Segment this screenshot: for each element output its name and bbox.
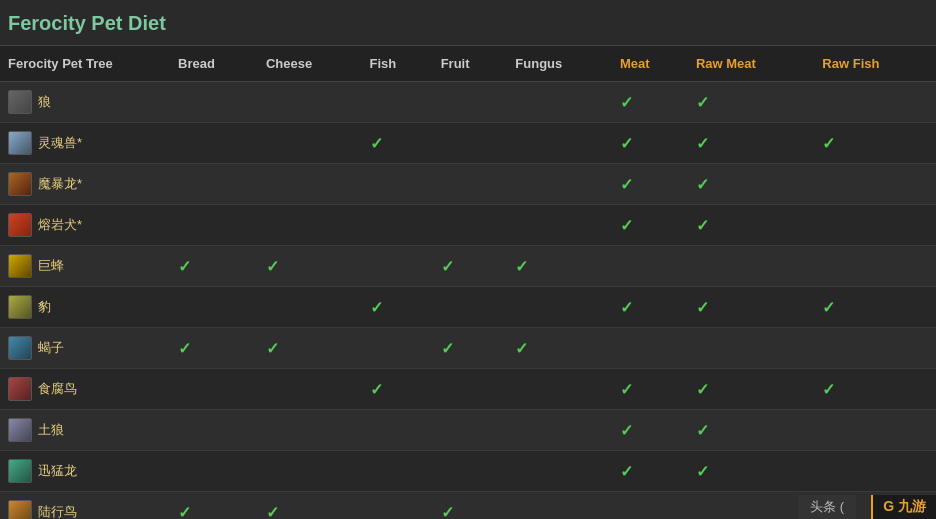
- col-header-rawfish: Raw Fish: [814, 46, 936, 82]
- pet-name-cell: 狼: [0, 82, 170, 122]
- check-mark: ✓: [822, 381, 835, 398]
- pet-name-cell: 灵魂兽*: [0, 123, 170, 163]
- diet-cell-rawmeat: ✓: [688, 205, 814, 246]
- diet-cell-meat: [612, 328, 688, 369]
- diet-cell-bread: ✓: [170, 246, 258, 287]
- table-row: 蝎子✓✓✓✓: [0, 328, 936, 369]
- check-mark: ✓: [515, 258, 528, 275]
- pet-icon: [8, 336, 32, 360]
- col-header-fungus: Fungus: [507, 46, 612, 82]
- diet-cell-fish: [362, 410, 433, 451]
- diet-cell-fruit: [433, 164, 508, 205]
- pet-name: 灵魂兽*: [38, 134, 82, 152]
- diet-cell-rawfish: [814, 328, 936, 369]
- check-mark: ✓: [620, 463, 633, 480]
- diet-cell-fish: ✓: [362, 369, 433, 410]
- check-mark: ✓: [696, 422, 709, 439]
- diet-cell-rawfish: [814, 205, 936, 246]
- diet-cell-fungus: [507, 451, 612, 492]
- diet-cell-bread: ✓: [170, 492, 258, 520]
- pet-name-cell: 陆行鸟: [0, 492, 170, 519]
- diet-cell-fungus: ✓: [507, 328, 612, 369]
- check-mark: ✓: [620, 94, 633, 111]
- pet-name: 陆行鸟: [38, 503, 77, 519]
- diet-cell-cheese: ✓: [258, 246, 362, 287]
- diet-cell-rawfish: [814, 451, 936, 492]
- diet-cell-bread: [170, 123, 258, 164]
- pet-name: 巨蜂: [38, 257, 64, 275]
- diet-cell-meat: ✓: [612, 451, 688, 492]
- col-header-fish: Fish: [362, 46, 433, 82]
- diet-cell-cheese: [258, 287, 362, 328]
- check-mark: ✓: [822, 299, 835, 316]
- check-mark: ✓: [266, 340, 279, 357]
- diet-cell-rawmeat: ✓: [688, 287, 814, 328]
- pet-name-cell: 魔暴龙*: [0, 164, 170, 204]
- diet-cell-meat: ✓: [612, 287, 688, 328]
- diet-cell-bread: [170, 287, 258, 328]
- check-mark: ✓: [441, 258, 454, 275]
- check-mark: ✓: [441, 504, 454, 520]
- diet-cell-fish: [362, 328, 433, 369]
- check-mark: ✓: [620, 422, 633, 439]
- check-mark: ✓: [266, 258, 279, 275]
- diet-cell-fish: [362, 164, 433, 205]
- pet-icon: [8, 459, 32, 483]
- pet-icon: [8, 377, 32, 401]
- diet-cell-fungus: [507, 492, 612, 520]
- pet-name: 土狼: [38, 421, 64, 439]
- pet-icon: [8, 500, 32, 519]
- diet-cell-fish: ✓: [362, 287, 433, 328]
- col-header-meat: Meat: [612, 46, 688, 82]
- page-title: Ferocity Pet Diet: [0, 0, 936, 46]
- check-mark: ✓: [696, 94, 709, 111]
- diet-cell-bread: [170, 164, 258, 205]
- diet-cell-cheese: [258, 451, 362, 492]
- diet-cell-bread: [170, 410, 258, 451]
- diet-cell-fruit: [433, 369, 508, 410]
- diet-cell-fungus: [507, 82, 612, 123]
- table-row: 灵魂兽*✓✓✓✓: [0, 123, 936, 164]
- diet-cell-fish: [362, 82, 433, 123]
- table-row: 狼✓✓: [0, 82, 936, 123]
- pet-name: 食腐鸟: [38, 380, 77, 398]
- table-body: 狼✓✓灵魂兽*✓✓✓✓魔暴龙*✓✓熔岩犬*✓✓巨蜂✓✓✓✓豹✓✓✓✓蝎子✓✓✓✓…: [0, 82, 936, 520]
- pet-icon: [8, 131, 32, 155]
- check-mark: ✓: [696, 381, 709, 398]
- pet-name-cell: 土狼: [0, 410, 170, 450]
- diet-cell-rawmeat: ✓: [688, 369, 814, 410]
- check-mark: ✓: [178, 504, 191, 520]
- pet-icon: [8, 254, 32, 278]
- check-mark: ✓: [620, 176, 633, 193]
- check-mark: ✓: [696, 176, 709, 193]
- diet-cell-fungus: [507, 123, 612, 164]
- diet-cell-rawmeat: ✓: [688, 451, 814, 492]
- pet-icon: [8, 172, 32, 196]
- diet-cell-meat: [612, 246, 688, 287]
- diet-cell-rawfish: ✓: [814, 123, 936, 164]
- diet-cell-meat: ✓: [612, 82, 688, 123]
- diet-cell-bread: [170, 82, 258, 123]
- check-mark: ✓: [696, 299, 709, 316]
- check-mark: ✓: [620, 299, 633, 316]
- table-row: 迅猛龙✓✓: [0, 451, 936, 492]
- check-mark: ✓: [370, 135, 383, 152]
- col-header-bread: Bread: [170, 46, 258, 82]
- diet-cell-fruit: [433, 123, 508, 164]
- diet-cell-fish: [362, 205, 433, 246]
- pet-name: 魔暴龙*: [38, 175, 82, 193]
- jiuyou-watermark: G 九游: [871, 495, 936, 519]
- diet-cell-rawmeat: [688, 492, 814, 520]
- pet-name-cell: 豹: [0, 287, 170, 327]
- check-mark: ✓: [370, 381, 383, 398]
- check-mark: ✓: [266, 504, 279, 520]
- diet-cell-meat: ✓: [612, 164, 688, 205]
- check-mark: ✓: [696, 217, 709, 234]
- col-header-rawmeat: Raw Meat: [688, 46, 814, 82]
- check-mark: ✓: [620, 217, 633, 234]
- check-mark: ✓: [441, 340, 454, 357]
- diet-cell-rawmeat: ✓: [688, 410, 814, 451]
- diet-cell-fish: [362, 246, 433, 287]
- table-header: Ferocity Pet TreeBreadCheeseFishFruitFun…: [0, 46, 936, 82]
- diet-cell-cheese: [258, 410, 362, 451]
